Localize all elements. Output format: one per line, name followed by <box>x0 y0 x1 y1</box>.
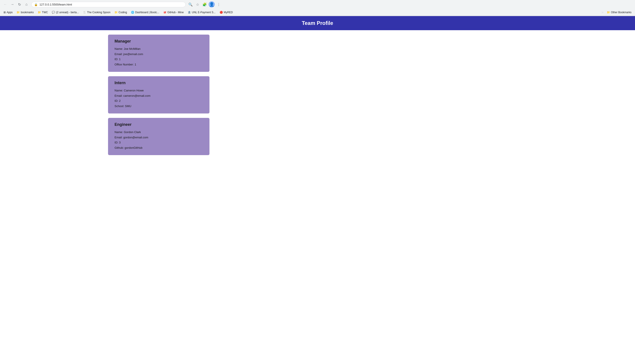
forward-button[interactable]: → <box>9 1 16 8</box>
folder-icon: 📁 <box>607 11 610 14</box>
browser-chrome: ← → ↻ ⌂ 🔒 127.0.0.1:5500/team.html 🔍 ☆ 🧩… <box>0 0 635 16</box>
bookmark-label-myred: MyRED <box>224 11 233 14</box>
card-detail-2-3: Github: gordonGitHub <box>115 146 203 150</box>
bookmark-icon-apps: ⊞ <box>4 11 6 14</box>
bookmark-star-button[interactable]: ☆ <box>195 1 201 8</box>
card-detail-1-2: ID: 2 <box>115 99 203 103</box>
bookmark-icon-unl: 🏦 <box>188 11 191 14</box>
bookmark-label-coding: Coding <box>119 11 127 14</box>
bookmark-icon-myred: 🔴 <box>220 11 223 14</box>
bookmark-item-apps[interactable]: ⊞Apps <box>2 10 14 14</box>
reload-button[interactable]: ↻ <box>16 1 23 8</box>
bookmark-item-github[interactable]: 🐙GitHub - Mine <box>161 10 185 14</box>
bookmark-icon-cooking: 🍴 <box>83 11 86 14</box>
lock-icon: 🔒 <box>34 3 38 6</box>
bookmark-item-coding[interactable]: 📁Coding <box>113 10 129 14</box>
card-detail-1-0: Name: Cameron Howe <box>115 88 203 93</box>
bookmark-icon-bookmarks: 📁 <box>17 11 20 14</box>
team-card-manager: ManagerName: Joe McMillanEmail: joe@emai… <box>108 34 210 72</box>
browser-toolbar: ← → ↻ ⌂ 🔒 127.0.0.1:5500/team.html 🔍 ☆ 🧩… <box>0 0 635 9</box>
card-role-manager: Manager <box>115 39 203 44</box>
team-card-engineer: EngineerName: Gordon ClarkEmail: gordon@… <box>108 118 210 155</box>
bookmarks-bar: ⊞Apps📁bookmarks📁TWC💬(2 unread) - berta..… <box>0 9 635 16</box>
bookmark-label-dashboard: Dashboard | Bootc... <box>135 11 159 14</box>
card-detail-2-2: ID: 3 <box>115 140 203 145</box>
bookmark-label-twc: TWC <box>42 11 48 14</box>
card-role-intern: Intern <box>115 81 203 85</box>
card-detail-2-1: Email: gordon@email.com <box>115 135 203 140</box>
card-detail-2-0: Name: Gordon Clark <box>115 130 203 134</box>
bookmark-label-berta: (2 unread) - berta... <box>56 11 79 14</box>
bookmark-item-unl[interactable]: 🏦UNL E-Payment S... <box>186 10 217 14</box>
bookmark-label-unl: UNL E-Payment S... <box>192 11 216 14</box>
bookmark-label-bookmarks: bookmarks <box>21 11 34 14</box>
bookmark-item-bookmarks[interactable]: 📁bookmarks <box>15 10 36 14</box>
bookmark-label-cooking: The Cooking Spoon <box>87 11 111 14</box>
bookmark-item-dashboard[interactable]: 🌐Dashboard | Bootc... <box>129 10 161 14</box>
menu-button[interactable]: ⋮ <box>216 1 222 8</box>
card-detail-0-2: ID: 1 <box>115 57 203 62</box>
bookmark-item-twc[interactable]: 📁TWC <box>36 10 50 14</box>
bookmark-item-berta[interactable]: 💬(2 unread) - berta... <box>50 10 81 14</box>
page-title: Team Profile <box>302 20 333 26</box>
bookmark-item-myred[interactable]: 🔴MyRED <box>218 10 235 14</box>
page-header: Team Profile <box>0 16 635 30</box>
team-cards-container: ManagerName: Joe McMillanEmail: joe@emai… <box>108 34 210 160</box>
nav-buttons: ← → ↻ ⌂ <box>2 1 30 8</box>
card-detail-0-3: Office Number: 1 <box>115 62 203 67</box>
card-detail-1-1: Email: cameron@email.com <box>115 94 203 98</box>
bookmark-icon-twc: 📁 <box>38 11 41 14</box>
address-bar[interactable]: 🔒 127.0.0.1:5500/team.html <box>31 2 186 7</box>
card-detail-0-0: Name: Joe McMillan <box>115 47 203 51</box>
bookmark-icon-berta: 💬 <box>52 11 55 14</box>
other-bookmarks[interactable]: 📁 Other Bookmarks <box>605 10 633 14</box>
bookmark-label-github: GitHub - Mine <box>167 11 184 14</box>
search-button[interactable]: 🔍 <box>187 1 194 8</box>
bookmark-icon-coding: 📁 <box>115 11 118 14</box>
card-role-engineer: Engineer <box>115 122 203 127</box>
home-button[interactable]: ⌂ <box>23 1 30 8</box>
page-content: ManagerName: Joe McMillanEmail: joe@emai… <box>0 30 635 164</box>
profile-avatar[interactable]: 👤 <box>209 1 215 8</box>
url-display: 127.0.0.1:5500/team.html <box>40 3 183 6</box>
browser-actions: 🔍 ☆ 🧩 👤 ⋮ <box>187 1 222 8</box>
bookmark-icon-dashboard: 🌐 <box>131 11 134 14</box>
bookmark-item-cooking[interactable]: 🍴The Cooking Spoon <box>81 10 112 14</box>
extensions-button[interactable]: 🧩 <box>202 1 208 8</box>
other-bookmarks-label: Other Bookmarks <box>611 11 631 14</box>
team-card-intern: InternName: Cameron HoweEmail: cameron@e… <box>108 76 210 114</box>
back-button[interactable]: ← <box>2 1 9 8</box>
bookmark-label-apps: Apps <box>7 11 13 14</box>
bookmark-icon-github: 🐙 <box>163 11 167 14</box>
card-detail-0-1: Email: joe@email.com <box>115 52 203 56</box>
card-detail-1-3: School: SMU <box>115 104 203 108</box>
